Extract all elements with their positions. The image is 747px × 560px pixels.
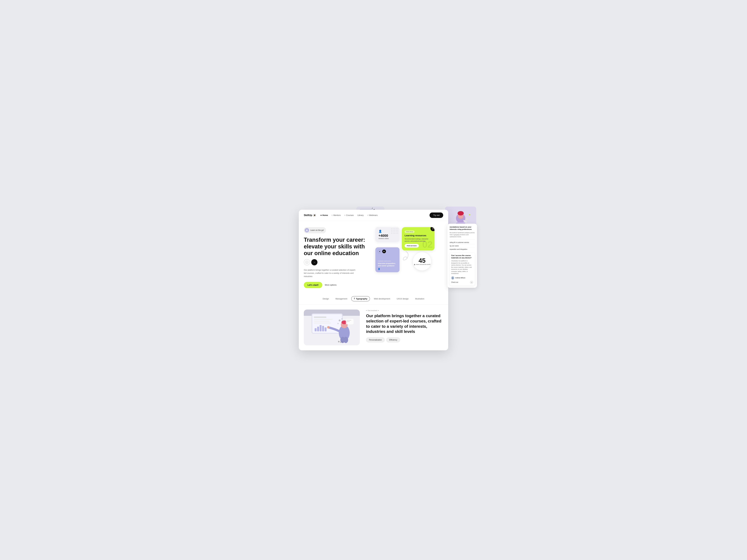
- rec-item-2[interactable]: reparation and integration: [449, 248, 475, 251]
- svg-point-71: [343, 337, 348, 343]
- career-prev-btn[interactable]: ◀: [378, 249, 381, 253]
- svg-rect-53: [314, 317, 326, 318]
- svg-text:✦: ✦: [468, 213, 471, 217]
- svg-point-24: [452, 277, 453, 278]
- tab-uxui[interactable]: UX/UI design: [394, 296, 411, 301]
- find-out-more-button[interactable]: Find out more: [405, 244, 419, 247]
- svg-rect-59: [320, 325, 321, 331]
- qa-answer: Absolutely! Our platform is designed to …: [451, 260, 473, 275]
- svg-point-73: [340, 342, 341, 343]
- svg-point-18: [466, 218, 468, 220]
- tab-typography[interactable]: T Typography: [351, 296, 370, 301]
- users-card: 45 Users around the world: [413, 252, 431, 271]
- tab-design[interactable]: Design: [320, 296, 332, 301]
- nav-library-label: Library: [358, 214, 364, 216]
- dots-pattern: [391, 228, 398, 236]
- svg-point-47: [394, 233, 395, 234]
- card-number-watermark: 02: [422, 240, 433, 249]
- career-label: Career services:: [378, 260, 397, 262]
- career-title: Interview preparation, and career guidan…: [378, 262, 397, 267]
- nav-item-library[interactable]: Library: [358, 214, 364, 216]
- hero-left: Learn on the go! Transform your career: …: [304, 227, 376, 288]
- svg-point-46: [393, 233, 393, 234]
- circle-deco-1: [304, 259, 310, 265]
- svg-point-34: [397, 229, 398, 229]
- rec-item-0[interactable]: nding AI in customer service: [449, 241, 475, 244]
- hero-title: Transform your career: elevate your skil…: [304, 236, 376, 257]
- svg-rect-76: [346, 320, 351, 321]
- nav-item-home[interactable]: Home: [320, 214, 328, 216]
- nav-links: Home Mentors Courses Library Webinars: [320, 214, 430, 216]
- content-description-title: Our platform brings together a curated s…: [366, 313, 443, 334]
- lets-start-button[interactable]: Let's start!: [304, 282, 322, 288]
- svg-point-49: [397, 233, 398, 234]
- badge-avatar: [305, 228, 309, 232]
- check-out-row: Check out →: [451, 281, 473, 284]
- users-label-text: Users around the world: [416, 264, 430, 265]
- recommendations-desc: the world of sentiment analysis and its …: [449, 232, 475, 238]
- svg-point-38: [396, 230, 396, 231]
- arrow-icon: →: [313, 261, 315, 264]
- svg-point-72: [338, 341, 340, 342]
- svg-point-62: [339, 320, 340, 321]
- nav-item-webinars[interactable]: Webinars: [367, 214, 378, 216]
- svg-point-37: [394, 230, 395, 231]
- svg-point-32: [394, 229, 395, 229]
- svg-point-44: [397, 232, 398, 232]
- svg-point-45: [391, 233, 392, 234]
- illustration-card: [304, 310, 360, 345]
- svg-point-43: [396, 232, 396, 232]
- nav-item-mentors[interactable]: Mentors: [332, 214, 341, 216]
- dot-bullet-2: [378, 310, 379, 311]
- more-options-link[interactable]: More options: [325, 284, 336, 286]
- svg-line-10: [372, 208, 373, 209]
- navbar: SkillUp 🎓 Home Mentors Courses L: [299, 210, 448, 221]
- svg-point-48: [396, 233, 396, 234]
- svg-point-31: [393, 229, 393, 229]
- svg-point-36: [393, 230, 393, 231]
- spiral-decoration: [401, 250, 410, 263]
- rec-item-1[interactable]: ng use cases: [449, 244, 475, 248]
- svg-point-29: [307, 262, 307, 263]
- svg-rect-77: [346, 321, 350, 322]
- qa-question: Can I access the course materials on any…: [451, 254, 473, 259]
- tab-illustration[interactable]: Illustration: [413, 296, 427, 301]
- get-involved: Get involved: [366, 310, 443, 312]
- tab-web-development[interactable]: Web development: [371, 296, 393, 301]
- svg-point-42: [394, 232, 395, 232]
- hero-cards-area: 👤 +4000 mentors online: [376, 227, 435, 272]
- svg-point-30: [391, 229, 392, 229]
- users-unit-label: Users around the world: [414, 264, 430, 265]
- tab-typography-label: Typography: [356, 298, 367, 300]
- career-next-btn[interactable]: ▶: [382, 249, 386, 253]
- nav-home-label: Home: [322, 214, 328, 216]
- tab-management[interactable]: Management: [333, 296, 350, 301]
- nav-item-courses[interactable]: Courses: [344, 214, 354, 216]
- hero-actions: Let's start! More options: [304, 282, 376, 288]
- mentors-card: 👤 +4000 mentors online: [376, 227, 400, 242]
- category-tabs: Design Management T Typography Web devel…: [299, 293, 448, 304]
- qa-avatar: [451, 276, 454, 279]
- learning-title: Learning resources: [405, 234, 432, 237]
- svg-rect-54: [314, 319, 333, 320]
- circle-arrow-btn[interactable]: →: [311, 259, 317, 265]
- content-right: Get involved Our platform brings togethe…: [366, 310, 443, 342]
- try-out-button[interactable]: Try out: [430, 212, 443, 218]
- svg-point-69: [327, 326, 330, 328]
- tag-personalization[interactable]: Personalization: [366, 338, 385, 342]
- nav-mentors-label: Mentors: [333, 214, 341, 216]
- hero-circles: →: [304, 259, 376, 265]
- svg-point-33: [396, 229, 396, 229]
- check-out-arrow[interactable]: →: [470, 281, 473, 284]
- users-number: 45: [419, 258, 426, 264]
- svg-rect-56: [314, 323, 331, 323]
- svg-point-40: [391, 232, 392, 232]
- nav-dot-courses: [344, 215, 345, 216]
- svg-point-26: [306, 230, 307, 230]
- svg-point-63: [341, 318, 342, 320]
- mentors-label: mentors online: [379, 238, 396, 239]
- logo-icon: 🎓: [313, 214, 316, 217]
- tag-efficiency[interactable]: Efficiency: [386, 338, 400, 342]
- svg-rect-55: [314, 321, 330, 322]
- learn-badge: Learn on the go!: [304, 227, 326, 233]
